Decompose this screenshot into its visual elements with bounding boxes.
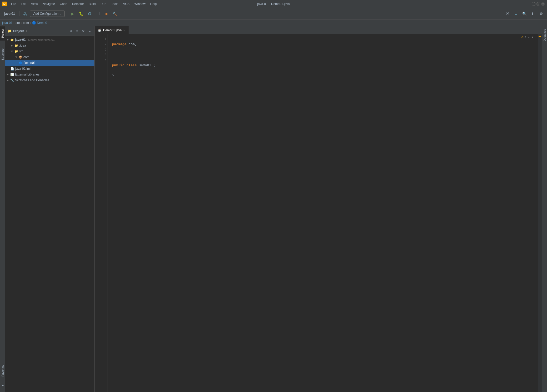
code-line-1: package com;	[112, 42, 538, 47]
tree-item-src[interactable]: ▼ 📁 src	[5, 48, 94, 54]
tree-item-demo01[interactable]: 🔵 Demo01	[5, 60, 94, 66]
expand-icon-scratches: ►	[6, 79, 9, 82]
tree-item-scratches[interactable]: ► 🔧 Scratches and Consoles	[5, 77, 94, 83]
java-file-icon-demo01: 🔵	[19, 61, 23, 65]
warning-triangle-icon: ⚠	[521, 35, 524, 39]
menu-tools[interactable]: Tools	[109, 2, 120, 6]
menu-view[interactable]: View	[29, 2, 40, 6]
menu-vcs[interactable]: VCS	[121, 2, 132, 6]
tree-label-java01: java-01	[15, 38, 26, 42]
breadcrumb-sep-1: ›	[13, 21, 14, 25]
error-scroll-indicator	[539, 36, 541, 37]
project-dropdown-icon[interactable]: ▼	[26, 30, 28, 32]
toolbar-separator-2	[67, 11, 67, 16]
vcs-button[interactable]	[22, 10, 29, 17]
svg-rect-8	[99, 12, 99, 15]
scratch-icon: 🔧	[10, 79, 14, 82]
window-title: java-01 – Demo01.java	[257, 2, 290, 6]
outer-wrapper: Project Structure Favorites ★ 📁 Project …	[0, 26, 547, 392]
show-options-button[interactable]: ≡	[74, 28, 80, 34]
menu-window[interactable]: Window	[132, 2, 148, 6]
tree-label-com: com	[23, 55, 29, 59]
menu-code[interactable]: Code	[58, 2, 69, 6]
project-panel-title: Project	[13, 29, 24, 33]
expand-icon-ext-libs: ►	[6, 73, 9, 76]
code-content[interactable]: package com; public class Demo01 { }	[108, 34, 542, 392]
project-settings-button[interactable]: ⚙	[81, 28, 86, 34]
toolbar-separator-1	[19, 11, 19, 16]
project-name-toolbar[interactable]: java-01	[2, 11, 17, 17]
editor-warning-indicator[interactable]: ⚠ 1 ▲ ▼	[521, 35, 534, 39]
menu-navigate[interactable]: Navigate	[40, 2, 57, 6]
code-editor[interactable]: ⚠ 1 ▲ ▼ 1 2 3 4 5 package com; public cl…	[95, 34, 542, 392]
maximize-button[interactable]: □	[536, 2, 540, 6]
toolbar-separator-3	[121, 11, 121, 16]
chevron-down-icon[interactable]: ▼	[531, 36, 534, 39]
tree-item-idea[interactable]: ► 📁 .idea	[5, 43, 94, 48]
run-button[interactable]: ▶	[69, 10, 77, 17]
toolbar: java-01 Add Configuration... ▶ 🐛 ■ 🔨 🔍 ⬆…	[0, 8, 547, 19]
left-tab-structure[interactable]: Structure	[0, 46, 5, 63]
menu-help[interactable]: Help	[148, 2, 159, 6]
line-num-4: 4	[96, 52, 107, 57]
account-button[interactable]	[504, 10, 511, 17]
tree-item-com[interactable]: ▼ 📦 com	[5, 54, 94, 60]
search-everywhere-button[interactable]: 🔍	[521, 10, 528, 17]
add-configuration-button[interactable]: Add Configuration...	[30, 11, 65, 17]
line-num-3: 3	[96, 47, 107, 52]
breadcrumb: java-01 › src › com › 🔵 Demo01	[0, 19, 547, 26]
tree-label-external-libs: External Libraries	[15, 73, 39, 76]
svg-line-4	[25, 13, 26, 14]
toolbar-right: 🔍 ⬆ ⚙	[504, 10, 545, 17]
vcs-update-button[interactable]	[512, 10, 520, 17]
breadcrumb-sep-2: ›	[21, 21, 22, 25]
editor-tab-demo01[interactable]: ☕ Demo01.java ✕	[95, 26, 129, 34]
run-with-coverage-button[interactable]	[86, 10, 93, 17]
expand-icon-idea: ►	[11, 44, 13, 47]
tree-item-external-libs[interactable]: ► 📊 External Libraries	[5, 72, 94, 77]
hide-panel-button[interactable]: –	[87, 28, 92, 34]
breadcrumb-demo01[interactable]: 🔵 Demo01	[32, 21, 49, 25]
menu-build[interactable]: Build	[87, 2, 98, 6]
breadcrumb-sep-3: ›	[30, 21, 31, 25]
chevron-up-icon[interactable]: ▲	[528, 36, 530, 39]
tree-item-java01-root[interactable]: ▼ 📁 java-01 D:\java-work\java-01	[5, 37, 94, 43]
svg-rect-6	[97, 14, 97, 15]
tab-close-demo01[interactable]: ✕	[123, 29, 125, 32]
left-tab-favorites[interactable]: Favorites	[0, 362, 5, 379]
minimize-button[interactable]: –	[532, 2, 535, 6]
editor-scrollbar-area[interactable]	[538, 34, 542, 392]
breadcrumb-project[interactable]: java-01	[2, 21, 12, 25]
breadcrumb-src[interactable]: src	[16, 21, 20, 25]
settings-icon[interactable]: ⚙	[538, 10, 545, 17]
warning-count: 1	[525, 36, 526, 39]
build-button[interactable]: 🔨	[111, 10, 119, 17]
profile-button[interactable]	[94, 10, 102, 17]
app-icon: IJ	[2, 2, 7, 6]
stop-button[interactable]: ■	[103, 10, 110, 17]
collapse-all-button[interactable]: ⊕	[68, 28, 73, 34]
line-num-2: 2	[96, 42, 107, 47]
tab-java-icon: ☕	[98, 28, 102, 32]
update-ide-button[interactable]: ⬆	[529, 10, 536, 17]
right-tab-database[interactable]: Database	[542, 26, 547, 44]
menu-refactor[interactable]: Refactor	[70, 2, 86, 6]
menu-edit[interactable]: Edit	[19, 2, 28, 6]
tree-item-iml[interactable]: 📄 java-01.iml	[5, 66, 94, 72]
tree-label-iml: java-01.iml	[15, 67, 31, 71]
breadcrumb-com[interactable]: com	[23, 21, 29, 25]
iml-icon: 📄	[11, 67, 14, 71]
expand-icon-com: ▼	[15, 56, 18, 59]
project-panel-header: 📁 Project ▼ ⊕ ≡ ⚙ –	[5, 26, 94, 36]
close-button[interactable]: ✕	[541, 2, 545, 6]
tab-label-demo01: Demo01.java	[103, 28, 122, 32]
left-tab-project[interactable]: Project	[0, 26, 5, 41]
menu-file[interactable]: File	[9, 2, 18, 6]
line-numbers: 1 2 3 4 5	[95, 34, 108, 392]
debug-button[interactable]: 🐛	[78, 10, 85, 17]
expand-icon-java01: ▼	[6, 38, 9, 41]
editor-area: ☕ Demo01.java ✕ ⚠ 1 ▲ ▼ 1 2 3 4 5	[95, 26, 542, 392]
folder-icon: 📁	[7, 29, 12, 33]
menu-run[interactable]: Run	[98, 2, 108, 6]
bookmarks-icon[interactable]: ★	[0, 381, 5, 390]
